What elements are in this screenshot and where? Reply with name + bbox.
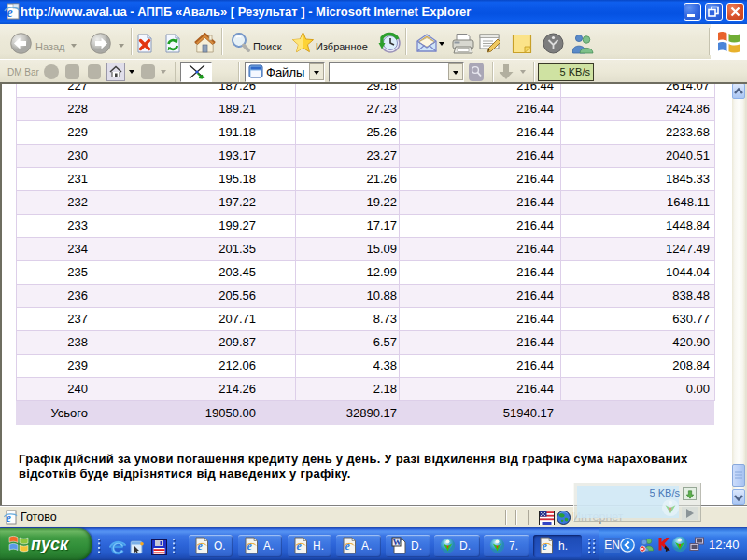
svg-text:e: e <box>296 539 302 553</box>
svg-text:W: W <box>393 538 402 547</box>
svg-text:e: e <box>197 539 203 553</box>
svg-text:e: e <box>542 539 547 553</box>
svg-text:e: e <box>247 539 252 553</box>
svg-text:e: e <box>345 539 350 553</box>
svg-text:e: e <box>7 511 12 525</box>
